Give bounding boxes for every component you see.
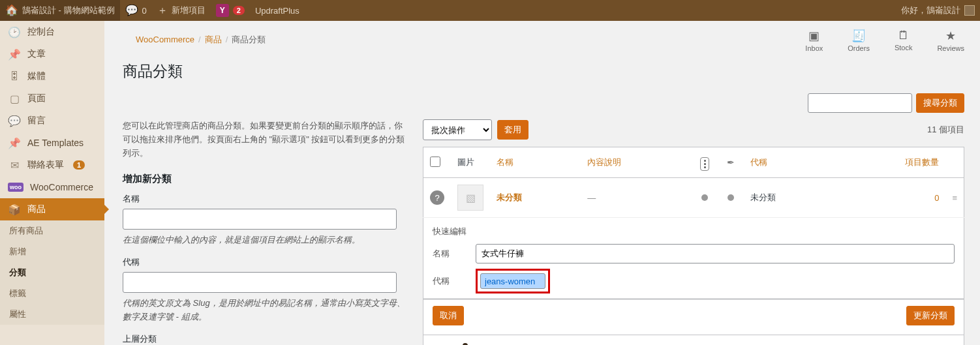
search-categories-button[interactable]: 搜尋分類	[916, 93, 964, 113]
name-help: 在這個欄位中輸入的內容，就是這個項目在網站上的顯示名稱。	[123, 233, 410, 247]
contact-badge: 1	[73, 160, 85, 170]
categories-table: 圖片 名稱 內容說明 ✒ 代稱 項目數量 ? ▧	[423, 147, 964, 218]
item-count: 11 個項目	[927, 124, 964, 136]
th-image: 圖片	[451, 147, 490, 178]
toolbar-new[interactable]: ＋新增項目	[152, 0, 211, 21]
select-all-checkbox[interactable]	[430, 157, 440, 167]
dot-icon	[701, 194, 708, 201]
avatar-icon	[964, 5, 975, 16]
thumb-image	[453, 342, 477, 345]
row-name-link[interactable]: 未分類	[497, 192, 522, 202]
menu-media[interactable]: 🎛媒體	[0, 65, 104, 87]
page-icon: ▢	[8, 93, 21, 105]
pin-icon: 📌	[8, 48, 21, 61]
th-name[interactable]: 名稱	[490, 147, 581, 178]
th-desc[interactable]: 內容說明	[581, 147, 692, 178]
qe-name-input[interactable]	[476, 244, 955, 263]
woo-icon: woo	[8, 183, 23, 192]
submenu-all-products[interactable]: 所有商品	[0, 220, 104, 241]
parent-label: 上層分類	[123, 333, 410, 345]
submenu-attributes[interactable]: 屬性	[0, 304, 104, 325]
row-slug: shirts-women	[723, 335, 896, 345]
toolbar-site[interactable]: 🏠鵠崙設計 - 購物網站範例	[0, 0, 120, 21]
feather-icon: ✒	[727, 157, 735, 168]
panel-reviews[interactable]: ★Reviews	[937, 29, 964, 52]
th-slug[interactable]: 代稱	[744, 147, 835, 178]
qe-name-label: 名稱	[433, 248, 469, 260]
bulk-apply-button[interactable]: 套用	[497, 120, 528, 140]
name-input[interactable]	[123, 209, 397, 230]
orders-icon: 🧾	[851, 29, 866, 43]
submenu-add-new[interactable]: 新增	[0, 241, 104, 262]
submenu-tags[interactable]: 標籤	[0, 283, 104, 304]
star-icon: ★	[945, 29, 956, 43]
quick-edit-panel: 快速編輯 名稱 代稱 取消 更新分類	[423, 218, 964, 335]
page-title: 商品分類	[123, 52, 964, 93]
panel-orders[interactable]: 🧾Orders	[848, 29, 870, 52]
row-count: 0	[934, 193, 939, 203]
home-icon: 🏠	[5, 5, 18, 16]
submenu-categories[interactable]: 分類	[0, 262, 104, 283]
comment-icon: 💬	[125, 5, 138, 16]
qe-slug-label: 代稱	[433, 275, 469, 287]
menu-contact[interactable]: ✉聯絡表單1	[0, 154, 104, 176]
plus-icon: ＋	[157, 5, 168, 16]
activity-panel: ▣Inbox 🧾Orders 🗒Stock ★Reviews	[805, 29, 964, 52]
intro-text: 您可以在此管理商店的商品分類。如果要變更前台分類的顯示順序的話，你可以拖拉來排序…	[123, 119, 410, 160]
categories-table-wrap: 批次操作 套用 11 個項目 圖片 名稱 內容說明 ✒	[423, 119, 964, 345]
admin-sidebar: 🕑控制台 📌文章 🎛媒體 ▢頁面 💬留言 📌AE Templates ✉聯絡表單…	[0, 21, 104, 345]
stock-icon: 🗒	[898, 29, 910, 42]
breadcrumb-woocommerce[interactable]: WooCommerce	[136, 35, 194, 44]
table-row: ? ▧ 未分類 — 未分類 0 ≡	[423, 178, 964, 218]
main-content: ▣Inbox 🧾Orders 🗒Stock ★Reviews WooCommer…	[104, 21, 980, 345]
categories-table-cont: 女式襯衫 — shirts-women 5 ≡	[423, 335, 964, 345]
menu-pages[interactable]: ▢頁面	[0, 87, 104, 110]
breadcrumb-products[interactable]: 商品	[205, 35, 222, 44]
qe-slug-highlight	[476, 269, 550, 293]
th-count[interactable]: 項目數量	[835, 147, 945, 178]
quick-edit-title: 快速編輯	[433, 226, 955, 237]
qe-update-button[interactable]: 更新分類	[906, 306, 955, 325]
toolbar-yoast[interactable]: Y2	[211, 0, 250, 21]
menu-dashboard[interactable]: 🕑控制台	[0, 21, 104, 43]
yoast-icon: Y	[216, 4, 229, 17]
search-categories-input[interactable]	[808, 93, 912, 113]
dashboard-icon: 🕑	[8, 26, 21, 38]
toolbar-comments[interactable]: 💬0	[120, 0, 152, 21]
bulk-action-select[interactable]: 批次操作	[423, 119, 492, 140]
slug-input[interactable]	[123, 272, 397, 293]
help-icon[interactable]: ?	[430, 190, 444, 205]
th-type-icon	[700, 157, 709, 171]
dot-icon	[727, 194, 734, 201]
add-category-form: 您可以在此管理商店的商品分類。如果要變更前台分類的顯示順序的話，你可以拖拉來排序…	[123, 119, 410, 345]
comment-icon: 💬	[8, 115, 21, 127]
slug-label: 代稱	[123, 256, 410, 268]
menu-posts[interactable]: 📌文章	[0, 43, 104, 65]
table-row: 女式襯衫 — shirts-women 5 ≡	[423, 335, 964, 345]
slug-help: 代稱的英文原文為 Slug，是用於網址中的易記名稱，通常由小寫英文字母、數字及連…	[123, 297, 410, 324]
media-icon: 🎛	[8, 70, 21, 82]
submenu-products: 所有商品 新增 分類 標籤 屬性	[0, 220, 104, 325]
pin-icon: 📌	[8, 137, 21, 149]
drag-handle-icon[interactable]: ≡	[952, 193, 957, 203]
qe-slug-input[interactable]	[480, 273, 545, 289]
menu-products[interactable]: 📦商品	[0, 198, 104, 220]
menu-comments[interactable]: 💬留言	[0, 110, 104, 132]
toolbar-howdy[interactable]: 你好，鵠崙設計	[896, 0, 980, 21]
box-icon: 📦	[8, 203, 21, 216]
qe-cancel-button[interactable]: 取消	[433, 306, 464, 325]
panel-stock[interactable]: 🗒Stock	[895, 29, 913, 52]
row-slug: 未分類	[744, 178, 835, 218]
menu-aetemplates[interactable]: 📌AE Templates	[0, 132, 104, 154]
mail-icon: ✉	[8, 159, 21, 172]
panel-inbox[interactable]: ▣Inbox	[805, 29, 823, 52]
add-new-heading: 增加新分類	[123, 173, 410, 185]
name-label: 名稱	[123, 193, 410, 205]
inbox-icon: ▣	[808, 29, 819, 43]
row-desc: —	[587, 193, 596, 203]
admin-toolbar: 🏠鵠崙設計 - 購物網站範例 💬0 ＋新增項目 Y2 UpdraftPlus 你…	[0, 0, 980, 21]
toolbar-updraft[interactable]: UpdraftPlus	[250, 0, 305, 21]
breadcrumb-current: 商品分類	[232, 35, 266, 44]
thumb-placeholder: ▧	[457, 185, 483, 211]
menu-woocommerce[interactable]: wooWooCommerce	[0, 176, 104, 198]
